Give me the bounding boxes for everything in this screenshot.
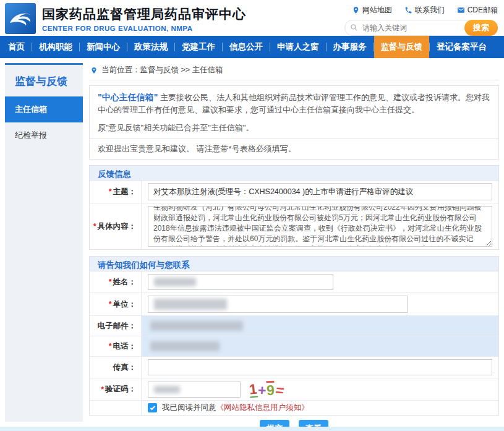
contact-section: 请告知我们如何与您联系 *姓名： *单位： (89, 256, 499, 416)
unit-label-text: 单位： (113, 299, 137, 310)
agreement-spacer (90, 401, 142, 415)
search-icon (350, 23, 358, 32)
intro-highlight: "中心主任信箱" (98, 92, 158, 102)
fax-input[interactable] (148, 359, 492, 375)
link-cde-mail-label: CDE邮箱 (468, 5, 498, 15)
brand-text: 国家药品监督管理局药品审评中心 CENTER FOR DRUG EVALUATI… (42, 6, 246, 32)
site-title: 国家药品监督管理局药品审评中心 (42, 6, 246, 23)
feedback-section-title: 反馈信息 (90, 166, 498, 181)
email-label: 电子邮件： (90, 316, 142, 336)
contact-section-title: 请告知我们如何与您联系 (90, 257, 498, 271)
required-mark: * (109, 342, 112, 351)
link-sitemap-label: 网站地图 (362, 5, 392, 15)
nav-item-functions[interactable]: 机构职能 (32, 36, 79, 58)
breadcrumb-pin-icon (90, 66, 98, 75)
nav-item-policies[interactable]: 政策法规 (127, 36, 174, 58)
unit-input[interactable] (148, 296, 408, 313)
quick-links: 网站地图 联系我们 CDE邮箱 (352, 5, 498, 15)
email-row: 电子邮件： (90, 316, 498, 336)
phone-redaction-mask (150, 341, 220, 351)
phone-icon (404, 6, 412, 14)
content-row: *具体内容： 生物药物研发（河北）有限公司母公司河北常山生化药业股份有限公司20… (90, 203, 498, 249)
nav-item-applicant-window[interactable]: 申请人之窗 (270, 36, 326, 58)
subject-label-text: 主题： (113, 187, 137, 197)
subject-row: *主题： (90, 181, 498, 203)
agreement-text: 我已阅读并同意 (162, 403, 216, 413)
sidebar-item-director-mailbox[interactable]: 主任信箱 (5, 96, 83, 122)
link-contact-us-label: 联系我们 (415, 5, 445, 15)
captcha-char: = (274, 383, 286, 398)
site-subtitle: CENTER FOR DRUG EVALUATION, NMPA (42, 25, 246, 32)
nav-item-supervision-feedback[interactable]: 监督与反馈 (374, 36, 430, 58)
sidebar: 监督与反馈 主任信箱 纪检举报 (5, 63, 83, 422)
main-area: 监督与反馈 主任信箱 纪检举报 当前位置：监督与反馈 >> 主任信箱 "中心主任… (0, 58, 504, 431)
fax-row: 传真： (90, 357, 498, 378)
agreement-checkbox[interactable] (148, 403, 157, 412)
footer-strip (0, 427, 504, 431)
sidebar-title: 监督与反馈 (5, 65, 83, 96)
nav-item-party-building[interactable]: 党建工作 (175, 36, 222, 58)
subject-input[interactable] (148, 183, 492, 200)
search-button[interactable]: 搜索 (464, 20, 498, 36)
captcha-char: + (257, 383, 267, 398)
captcha-row: *验证码： 1 + 9 = (90, 378, 498, 401)
captcha-image: 1 + 9 = (249, 381, 284, 398)
feedback-section: 反馈信息 *主题： *具体内容： 生物药物研发（河北）有限公司母公司河北常山生化… (89, 165, 499, 250)
nav-item-home[interactable]: 首页 (1, 36, 32, 58)
phone-row: *电话： (90, 336, 498, 357)
subject-label: *主题： (90, 181, 142, 203)
required-mark: * (101, 385, 104, 394)
phone-input[interactable] (142, 336, 498, 356)
nav-item-news[interactable]: 新闻中心 (80, 36, 127, 58)
mail-icon (457, 6, 465, 14)
content-textarea[interactable]: 生物药物研发（河北）有限公司母公司河北常山生化药业股份有限公司2022年因列支费… (148, 206, 492, 247)
required-mark: * (93, 222, 96, 231)
content-label-text: 具体内容： (98, 221, 137, 232)
required-mark: * (109, 187, 112, 196)
name-input[interactable] (148, 274, 333, 290)
intro-main: "中心主任信箱" 主要接收公民、法人和其他组织对药品技术审评管理工作的意见、建议… (90, 86, 498, 139)
site-header: 国家药品监督管理局药品审评中心 CENTER FOR DRUG EVALUATI… (0, 0, 504, 36)
email-label-text: 电子邮件： (98, 321, 137, 331)
captcha-label: *验证码： (90, 378, 142, 400)
captcha-char: 1 (249, 381, 258, 398)
search-bar: 搜索 (344, 20, 498, 36)
required-mark: * (109, 278, 112, 286)
link-sitemap[interactable]: 网站地图 (352, 5, 392, 15)
main-nav: 首页 机构职能 新闻中心 政策法规 党建工作 信息公开 申请人之窗 办事服务 监… (0, 36, 504, 58)
email-input[interactable] (142, 316, 498, 336)
check-icon (150, 404, 155, 409)
nav-item-services[interactable]: 办事服务 (327, 36, 374, 58)
agreement-row: 我已阅读并同意 《网站隐私信息用户须知》 (90, 401, 498, 415)
unit-row: *单位： (90, 293, 498, 316)
link-cde-mail[interactable]: CDE邮箱 (457, 5, 498, 15)
link-contact-us[interactable]: 联系我们 (404, 5, 445, 15)
name-label: *姓名： (90, 271, 142, 292)
sidebar-item-discipline-report[interactable]: 纪检举报 (5, 122, 83, 148)
brand[interactable]: 国家药品监督管理局药品审评中心 CENTER FOR DRUG EVALUATI… (5, 3, 246, 34)
cde-logo-icon (5, 3, 36, 34)
nav-item-info-disclosure[interactable]: 信息公开 (223, 36, 270, 58)
header-right: 网站地图 联系我们 CDE邮箱 搜索 (344, 3, 498, 36)
captcha-input[interactable] (148, 382, 241, 398)
captcha-label-text: 验证码： (105, 384, 136, 395)
content: 当前位置：监督与反馈 >> 主任信箱 "中心主任信箱" 主要接收公民、法人和其他… (89, 63, 499, 431)
privacy-notice-link[interactable]: 《网站隐私信息用户须知》 (216, 403, 309, 413)
page: 国家药品监督管理局药品审评中心 CENTER FOR DRUG EVALUATI… (0, 0, 504, 431)
required-mark: * (109, 300, 112, 309)
name-row: *姓名： (90, 271, 498, 293)
breadcrumb: 当前位置：监督与反馈 >> 主任信箱 (89, 63, 499, 80)
intro-note: 欢迎提出宝贵意见和建议。 请注意带*号表格必须填写。 (90, 139, 498, 159)
location-pin-icon (352, 6, 360, 14)
unit-label: *单位： (90, 293, 142, 315)
intro-paragraph-2: 原"意见反馈"相关功能已合并至"主任信箱"。 (98, 122, 490, 134)
name-label-text: 姓名： (113, 277, 137, 288)
intro-paragraph-1: "中心主任信箱" 主要接收公民、法人和其他组织对药品技术审评管理工作的意见、建议… (98, 91, 490, 116)
nav-item-registration-platform[interactable]: 登记备案平台 (430, 36, 493, 58)
content-label: *具体内容： (90, 203, 142, 249)
phone-label-text: 电话： (113, 341, 137, 352)
fax-label-text: 传真： (113, 362, 137, 373)
breadcrumb-text: 当前位置：监督与反馈 >> 主任信箱 (101, 65, 223, 75)
email-redaction-mask (150, 321, 243, 331)
intro-box: "中心主任信箱" 主要接收公民、法人和其他组织对药品技术审评管理工作的意见、建议… (89, 85, 499, 160)
